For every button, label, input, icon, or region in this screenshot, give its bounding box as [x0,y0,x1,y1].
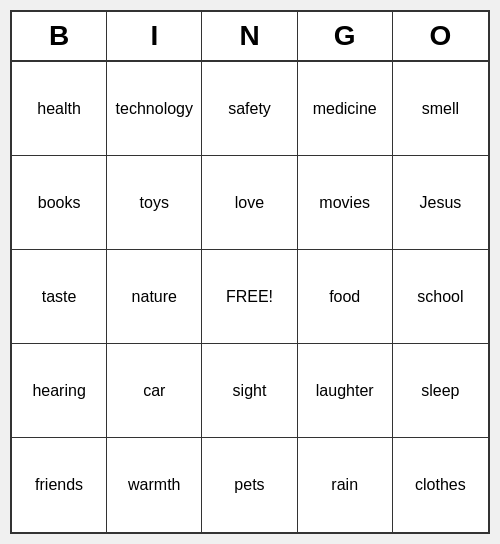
bingo-cell-text: movies [319,194,370,212]
header-letter-N: N [202,12,297,60]
bingo-cell: love [202,156,297,250]
bingo-cell: sight [202,344,297,438]
bingo-cell-text: food [329,288,360,306]
bingo-cell-text: school [417,288,463,306]
bingo-cell: movies [298,156,393,250]
bingo-cell-text: warmth [128,476,180,494]
bingo-cell-text: technology [116,100,193,118]
bingo-header: BINGO [12,12,488,62]
bingo-grid: healthtechnologysafetymedicinesmellbooks… [12,62,488,532]
bingo-cell: laughter [298,344,393,438]
bingo-cell-text: smell [422,100,459,118]
bingo-cell: safety [202,62,297,156]
bingo-cell-text: Jesus [419,194,461,212]
bingo-cell: technology [107,62,202,156]
bingo-cell: friends [12,438,107,532]
bingo-card: BINGO healthtechnologysafetymedicinesmel… [10,10,490,534]
bingo-cell-text: taste [42,288,77,306]
bingo-cell: pets [202,438,297,532]
bingo-cell: school [393,250,488,344]
bingo-cell: warmth [107,438,202,532]
bingo-cell-text: laughter [316,382,374,400]
bingo-cell: sleep [393,344,488,438]
bingo-cell: books [12,156,107,250]
bingo-cell: smell [393,62,488,156]
bingo-cell-text: books [38,194,81,212]
bingo-cell: hearing [12,344,107,438]
bingo-cell-text: safety [228,100,271,118]
bingo-cell: car [107,344,202,438]
bingo-cell-text: pets [234,476,264,494]
bingo-cell-text: nature [132,288,177,306]
bingo-cell-text: medicine [313,100,377,118]
header-letter-O: O [393,12,488,60]
bingo-cell-text: health [37,100,81,118]
bingo-cell: nature [107,250,202,344]
bingo-cell: health [12,62,107,156]
header-letter-B: B [12,12,107,60]
bingo-cell-text: sight [233,382,267,400]
bingo-cell: clothes [393,438,488,532]
bingo-cell-text: car [143,382,165,400]
header-letter-G: G [298,12,393,60]
bingo-cell-text: clothes [415,476,466,494]
bingo-cell-text: toys [140,194,169,212]
bingo-cell: food [298,250,393,344]
bingo-cell-text: FREE! [226,288,273,306]
bingo-cell-text: hearing [32,382,85,400]
bingo-cell: toys [107,156,202,250]
bingo-cell-text: love [235,194,264,212]
bingo-cell: Jesus [393,156,488,250]
bingo-cell: taste [12,250,107,344]
bingo-cell: rain [298,438,393,532]
bingo-cell: FREE! [202,250,297,344]
bingo-cell-text: sleep [421,382,459,400]
bingo-cell-text: rain [331,476,358,494]
bingo-cell: medicine [298,62,393,156]
bingo-cell-text: friends [35,476,83,494]
header-letter-I: I [107,12,202,60]
